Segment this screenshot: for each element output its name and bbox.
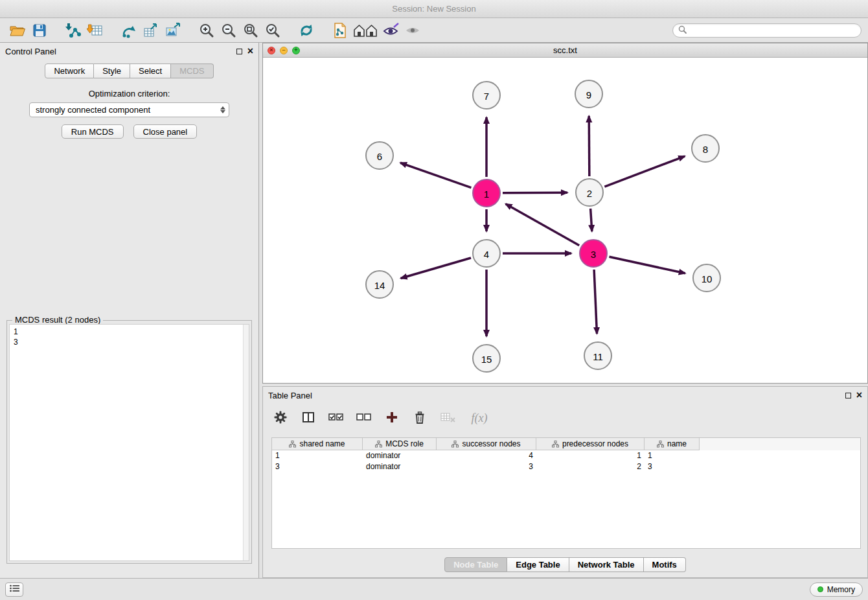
tab-network[interactable]: Network — [45, 63, 94, 78]
delete-column-button[interactable] — [411, 410, 428, 426]
close-table-panel-icon[interactable]: × — [856, 391, 862, 399]
graph-edge-3-11[interactable] — [594, 270, 597, 334]
export-network-button[interactable] — [118, 21, 140, 40]
criterion-dropdown[interactable]: strongly connected component — [29, 102, 229, 117]
svg-text:15: 15 — [481, 354, 492, 365]
table-cell: 3 — [272, 461, 363, 472]
zoom-selected-icon — [264, 22, 281, 39]
graph-edge-2-9[interactable] — [589, 116, 589, 176]
style-eye-button[interactable] — [380, 21, 402, 40]
table-delete-icon — [440, 410, 456, 426]
eye-brush-icon — [382, 22, 399, 39]
float-table-panel-icon[interactable] — [845, 393, 851, 398]
close-panel-icon[interactable]: × — [247, 47, 253, 55]
export-table-button[interactable] — [140, 21, 162, 40]
graph-edge-2-3[interactable] — [591, 209, 592, 231]
export-image-icon — [165, 22, 181, 39]
tab-select[interactable]: Select — [130, 63, 171, 78]
control-panel: Control Panel × NetworkStyleSelectMCDS O… — [0, 43, 259, 578]
tab-mcds[interactable]: MCDS — [171, 63, 213, 78]
import-table-button[interactable] — [84, 21, 106, 40]
tab-motifs[interactable]: Motifs — [644, 557, 686, 572]
graph-node-11[interactable]: 11 — [584, 342, 611, 369]
mcds-result-area[interactable]: 1 3 — [9, 324, 249, 561]
panel-menu-button[interactable] — [5, 583, 23, 597]
checked-boxes-icon — [328, 411, 345, 426]
status-bar: Memory — [0, 578, 868, 600]
delete-table-button — [439, 410, 456, 426]
unchecked-boxes-icon — [356, 411, 372, 426]
tab-style[interactable]: Style — [94, 63, 130, 78]
network-window-title: scc.txt — [263, 45, 867, 55]
tab-edge-table[interactable]: Edge Table — [507, 557, 569, 572]
graph-node-8[interactable]: 8 — [692, 135, 719, 162]
graph-node-4[interactable]: 4 — [473, 240, 500, 267]
detail-eye-button[interactable] — [402, 21, 424, 40]
svg-text:11: 11 — [593, 351, 603, 362]
column-header-name[interactable]: name — [645, 438, 700, 450]
main-toolbar — [0, 18, 868, 43]
tab-network-table[interactable]: Network Table — [569, 557, 644, 572]
table-row[interactable]: 1dominator411 — [272, 450, 860, 461]
control-panel-tabs: NetworkStyleSelectMCDS — [0, 63, 258, 78]
two-houses-icon — [353, 23, 378, 38]
open-session-button[interactable] — [6, 21, 29, 40]
network-canvas[interactable]: 7968124314101511 — [263, 58, 867, 383]
ndex-button[interactable] — [351, 21, 380, 40]
zoom-out-button[interactable] — [218, 21, 240, 40]
apply-layout-button[interactable] — [295, 21, 317, 40]
dropdown-stepper-icon — [218, 104, 227, 116]
graph-node-15[interactable]: 15 — [473, 345, 500, 372]
memory-button[interactable]: Memory — [810, 583, 863, 597]
export-table-icon — [143, 22, 159, 39]
column-label: shared name — [299, 439, 345, 448]
first-neighbors-button[interactable] — [329, 21, 351, 40]
run-mcds-button[interactable]: Run MCDS — [62, 124, 124, 139]
graph-edge-1-2[interactable] — [503, 192, 567, 193]
table-settings-button[interactable] — [272, 410, 289, 426]
memory-button-label: Memory — [827, 585, 855, 594]
graph-edge-2-8[interactable] — [604, 156, 685, 187]
graph-node-14[interactable]: 14 — [366, 271, 393, 298]
graph-node-6[interactable]: 6 — [366, 142, 393, 169]
graph-node-9[interactable]: 9 — [575, 80, 602, 108]
table-header-row: shared nameMCDS rolesuccessor nodesprede… — [272, 438, 860, 450]
memory-status-icon — [817, 586, 823, 592]
tab-node-table[interactable]: Node Table — [444, 557, 507, 572]
search-field[interactable] — [672, 23, 862, 38]
export-image-button[interactable] — [162, 21, 184, 40]
graph-edge-3-1[interactable] — [506, 204, 580, 246]
column-header-successor-nodes[interactable]: successor nodes — [437, 438, 536, 450]
deselect-all-button[interactable] — [356, 410, 372, 426]
zoom-fit-button[interactable] — [240, 21, 262, 40]
column-label: successor nodes — [462, 439, 520, 448]
column-header-MCDS-role[interactable]: MCDS role — [363, 438, 437, 450]
svg-text:8: 8 — [703, 144, 708, 155]
graph-node-10[interactable]: 10 — [693, 264, 720, 292]
graph-node-7[interactable]: 7 — [473, 82, 500, 109]
graph-node-3[interactable]: 3 — [580, 240, 607, 267]
select-all-button[interactable] — [328, 410, 345, 426]
zoom-selected-button[interactable] — [262, 21, 284, 40]
search-input[interactable] — [690, 26, 856, 35]
criterion-dropdown-value: strongly connected component — [36, 105, 218, 115]
graph-edge-1-6[interactable] — [400, 163, 471, 187]
close-panel-button[interactable]: Close panel — [133, 124, 198, 139]
network-graph[interactable]: 7968124314101511 — [263, 58, 867, 383]
graph-node-1[interactable]: 1 — [473, 179, 500, 207]
control-panel-title: Control Panel — [5, 47, 56, 56]
create-column-button[interactable] — [383, 410, 400, 426]
save-session-button[interactable] — [29, 21, 51, 40]
zoom-in-button[interactable] — [196, 21, 218, 40]
column-header-predecessor-nodes[interactable]: predecessor nodes — [536, 438, 645, 450]
float-panel-icon[interactable] — [236, 49, 242, 54]
graph-node-2[interactable]: 2 — [576, 179, 603, 206]
result-scrollbar[interactable] — [243, 325, 249, 560]
import-network-button[interactable] — [62, 21, 84, 40]
column-label: name — [667, 439, 687, 448]
table-row[interactable]: 3dominator323 — [272, 461, 860, 472]
graph-edge-4-14[interactable] — [401, 258, 471, 279]
column-header-shared-name[interactable]: shared name — [272, 438, 363, 450]
graph-edge-3-10[interactable] — [609, 257, 685, 273]
show-columns-button[interactable] — [300, 410, 317, 426]
